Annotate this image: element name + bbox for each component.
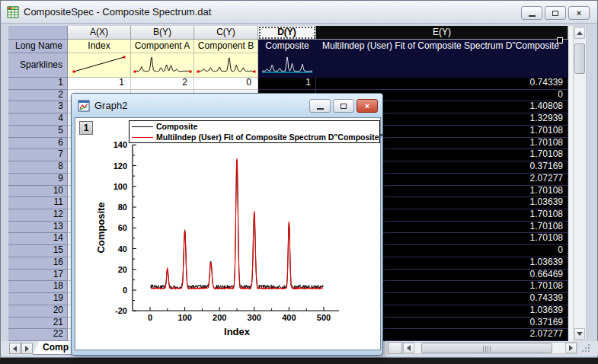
grid-corner-cell[interactable] bbox=[8, 26, 68, 40]
svg-text:-20: -20 bbox=[115, 306, 127, 315]
column-header-B(Y)[interactable]: B(Y) bbox=[131, 26, 194, 40]
svg-text:20: 20 bbox=[118, 265, 127, 274]
selection-handle[interactable] bbox=[557, 37, 563, 43]
column-header-E(Y)[interactable]: E(Y) bbox=[316, 26, 568, 40]
svg-text:400: 400 bbox=[282, 313, 296, 322]
graph-titlebar[interactable]: Graph2 × bbox=[72, 94, 382, 117]
row-header-20[interactable]: 20 bbox=[8, 305, 68, 318]
graph-icon bbox=[78, 100, 90, 112]
svg-text:200: 200 bbox=[213, 313, 226, 322]
layer-1-badge[interactable]: 1 bbox=[79, 121, 93, 135]
cell-r1-A[interactable]: 1 bbox=[68, 78, 131, 90]
spectrum-plot[interactable]: 0100200300400500-20020406080100120140Ind… bbox=[75, 118, 380, 350]
scroll-right-button[interactable] bbox=[565, 343, 577, 353]
cell-r1-C[interactable]: 0 bbox=[194, 78, 258, 90]
svg-text:0: 0 bbox=[148, 313, 152, 322]
vertical-scrollbar[interactable] bbox=[573, 26, 587, 341]
svg-text:60: 60 bbox=[118, 223, 127, 232]
svg-text:40: 40 bbox=[118, 244, 127, 254]
sparkline-chart bbox=[195, 53, 257, 76]
cell-r1-E[interactable]: 0.74339 bbox=[316, 78, 568, 90]
tab-scroll-splitter[interactable] bbox=[388, 342, 402, 354]
left-arrow-icon bbox=[13, 346, 17, 352]
long-name-cell-A[interactable]: Index bbox=[68, 40, 131, 53]
svg-text:140: 140 bbox=[114, 140, 127, 149]
scroll-down-button[interactable] bbox=[574, 328, 585, 340]
long-name-cell-D[interactable]: Composite bbox=[258, 40, 316, 53]
row-header-3[interactable]: 3 bbox=[8, 101, 68, 113]
graph-restore-button[interactable] bbox=[333, 99, 354, 113]
row-header-9[interactable]: 9 bbox=[8, 174, 68, 186]
graph-close-button[interactable]: × bbox=[357, 99, 378, 113]
row-header-12[interactable]: 12 bbox=[8, 209, 68, 222]
graph-minimize-button[interactable] bbox=[309, 99, 331, 113]
maximize-icon bbox=[552, 11, 558, 16]
row-header-19[interactable]: 19 bbox=[8, 293, 68, 305]
origin-workspace: A(X)B(Y)C(Y)D(Y)E(Y)Long NameIndexCompon… bbox=[0, 0, 598, 364]
row-label-long-name[interactable]: Long Name bbox=[8, 40, 68, 53]
row-header-17[interactable]: 17 bbox=[8, 270, 68, 282]
cell-r1-D[interactable]: 1 bbox=[258, 78, 316, 90]
sparkline-chart bbox=[69, 53, 130, 76]
tab-scroll-left-button[interactable] bbox=[9, 343, 21, 354]
row-header-5[interactable]: 5 bbox=[8, 126, 68, 138]
row-header-14[interactable]: 14 bbox=[8, 233, 68, 245]
graph-client-area: 1 0100200300400500-20020406080100120140I… bbox=[75, 117, 381, 350]
cell-r1-B[interactable]: 2 bbox=[131, 78, 194, 90]
sparkline-cell-component_b[interactable] bbox=[194, 53, 258, 78]
scroll-up-button[interactable] bbox=[574, 27, 585, 39]
row-header-7[interactable]: 7 bbox=[8, 149, 68, 161]
row-header-18[interactable]: 18 bbox=[8, 281, 68, 293]
maximize-button[interactable] bbox=[545, 6, 566, 20]
tab-scroll-right-button[interactable] bbox=[21, 343, 33, 354]
sheet-tab-label: Comp bbox=[43, 342, 69, 353]
minimize-icon bbox=[529, 15, 536, 17]
horizontal-scrollbar[interactable] bbox=[402, 342, 577, 354]
minimize-icon bbox=[317, 108, 324, 110]
legend-line-composite bbox=[132, 126, 153, 127]
svg-text:120: 120 bbox=[114, 161, 127, 171]
column-header-C(Y)[interactable]: C(Y) bbox=[194, 26, 258, 40]
horizontal-scroll-thumb[interactable] bbox=[421, 343, 552, 353]
scroll-left-button[interactable] bbox=[403, 343, 414, 353]
thumb-grip-icon bbox=[483, 346, 491, 352]
column-header-D(Y)[interactable]: D(Y) bbox=[258, 26, 316, 40]
close-icon: × bbox=[365, 102, 369, 110]
long-name-cell-B[interactable]: Component A bbox=[131, 40, 194, 53]
up-arrow-icon bbox=[577, 31, 583, 35]
svg-text:80: 80 bbox=[118, 203, 127, 212]
minimize-button[interactable] bbox=[521, 6, 542, 20]
row-header-21[interactable]: 21 bbox=[8, 318, 68, 330]
row-header-1[interactable]: 1 bbox=[8, 78, 68, 90]
sparkline-cell-index[interactable] bbox=[68, 53, 131, 78]
row-header-11[interactable]: 11 bbox=[8, 197, 68, 209]
sparkline-cell-composite[interactable] bbox=[258, 53, 316, 78]
row-header-6[interactable]: 6 bbox=[8, 138, 68, 150]
worksheet-titlebar[interactable]: CompositeSpec - Composite Spectrum.dat × bbox=[1, 1, 597, 24]
graph-window: Graph2 × 1 0100200300400500-200204060801… bbox=[71, 93, 383, 356]
vertical-scroll-thumb[interactable] bbox=[574, 43, 585, 74]
row-header-4[interactable]: 4 bbox=[8, 113, 68, 126]
row-header-16[interactable]: 16 bbox=[8, 257, 68, 270]
sparkline-cell-fit[interactable] bbox=[316, 53, 568, 78]
row-label-sparklines[interactable]: Sparklines bbox=[8, 53, 68, 78]
column-header-A(X)[interactable]: A(X) bbox=[68, 26, 131, 40]
sparkline-chart bbox=[132, 53, 193, 76]
svg-text:100: 100 bbox=[177, 313, 191, 322]
svg-text:300: 300 bbox=[248, 313, 261, 322]
close-button[interactable]: × bbox=[568, 6, 590, 20]
legend-line-fit bbox=[132, 137, 153, 138]
plot-legend[interactable]: Composite MultiIndep (User) Fit of Compo… bbox=[129, 120, 380, 143]
row-header-22[interactable]: 22 bbox=[8, 329, 68, 341]
resize-grip-icon[interactable] bbox=[579, 343, 591, 353]
row-header-13[interactable]: 13 bbox=[8, 222, 68, 234]
restore-icon bbox=[341, 104, 347, 109]
svg-text:Composite: Composite bbox=[95, 202, 107, 253]
row-header-15[interactable]: 15 bbox=[8, 245, 68, 257]
row-header-2[interactable]: 2 bbox=[8, 90, 68, 102]
row-header-10[interactable]: 10 bbox=[8, 186, 68, 198]
long-name-cell-C[interactable]: Component B bbox=[194, 40, 258, 53]
sparkline-cell-component_a[interactable] bbox=[131, 53, 194, 78]
long-name-cell-E[interactable]: MultiIndep (User) Fit of Composite Spect… bbox=[316, 40, 568, 53]
row-header-8[interactable]: 8 bbox=[8, 161, 68, 174]
